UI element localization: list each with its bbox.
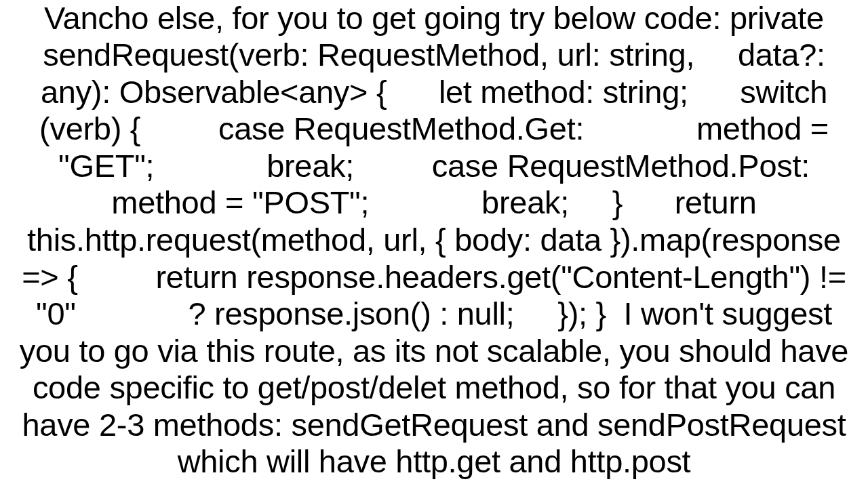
document-body-text: get and post method specific to it like …	[9, 0, 859, 481]
document-page: get and post method specific to it like …	[0, 0, 868, 488]
